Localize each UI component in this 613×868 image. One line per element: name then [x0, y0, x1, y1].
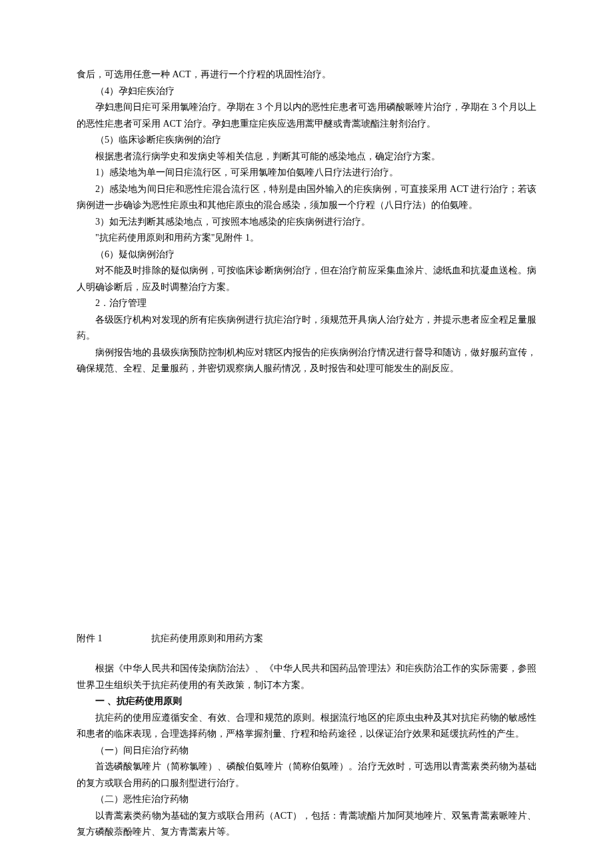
item-5-sub-1: 1）感染地为单一间日疟流行区，可采用氯喹加伯氨喹八日疗法进行治疗。 [77, 165, 536, 181]
item-4-body: 孕妇患间日疟可采用氯喹治疗。孕期在 3 个月以内的恶性疟患者可选用磷酸哌喹片治疗… [77, 99, 536, 132]
attachment-intro: 根据《中华人民共和国传染病防治法》、《中华人民共和国药品管理法》和疟疾防治工作的… [77, 661, 536, 693]
attachment-header: 附件 1 抗疟药使用原则和用药方案 [77, 631, 536, 647]
item-6-body: 对不能及时排除的疑似病例，可按临床诊断病例治疗，但在治疗前应采集血涂片、滤纸血和… [77, 263, 536, 295]
item-5-note: "抗疟药使用原则和用药方案"见附件 1。 [77, 230, 536, 247]
item-5-sub-3: 3）如无法判断其感染地点，可按照本地感染的疟疾病例进行治疗。 [77, 214, 536, 231]
item-4-title: （4）孕妇疟疾治疗 [77, 83, 536, 100]
section-2-body-2: 病例报告地的县级疾病预防控制机构应对辖区内报告的疟疾病例治疗情况进行督导和随访，… [77, 345, 536, 377]
attachment-label: 附件 1 [77, 631, 103, 647]
attachment-title-text: 抗疟药使用原则和用药方案 [151, 631, 263, 647]
sub-2-title: （二）恶性疟治疗药物 [77, 791, 536, 808]
sub-1-title: （一）间日疟治疗药物 [77, 743, 536, 759]
sub-2-body: 以青蒿素类药物为基础的复方或联合用药（ACT），包括：青蒿琥酯片加阿莫地喹片、双… [77, 808, 536, 841]
sub-1-body: 首选磷酸氯喹片（简称氯喹）、磷酸伯氨喹片（简称伯氨喹）。治疗无效时，可选用以青蒿… [77, 759, 536, 791]
item-5-title: （5）临床诊断疟疾病例的治疗 [77, 132, 536, 149]
paragraph-continuation: 食后，可选用任意一种 ACT，再进行一个疗程的巩固性治疗。 [77, 67, 536, 83]
section-2-body-1: 各级医疗机构对发现的所有疟疾病例进行抗疟治疗时，须规范开具病人治疗处方，并提示患… [77, 312, 536, 345]
item-5-body-1: 根据患者流行病学史和发病史等相关信息，判断其可能的感染地点，确定治疗方案。 [77, 149, 536, 165]
heading-1-body: 抗疟药的使用应遵循安全、有效、合理和规范的原则。根据流行地区的疟原虫虫种及其对抗… [77, 710, 536, 743]
heading-1: 一 、抗疟药使用原则 [77, 693, 536, 710]
item-5-sub-2: 2）感染地为间日疟和恶性疟混合流行区，特别是由国外输入的疟疾病例，可直接采用 A… [77, 181, 536, 214]
page-spacer [77, 377, 536, 631]
section-2-title: 2．治疗管理 [77, 295, 536, 312]
item-6-title: （6）疑似病例治疗 [77, 247, 536, 263]
